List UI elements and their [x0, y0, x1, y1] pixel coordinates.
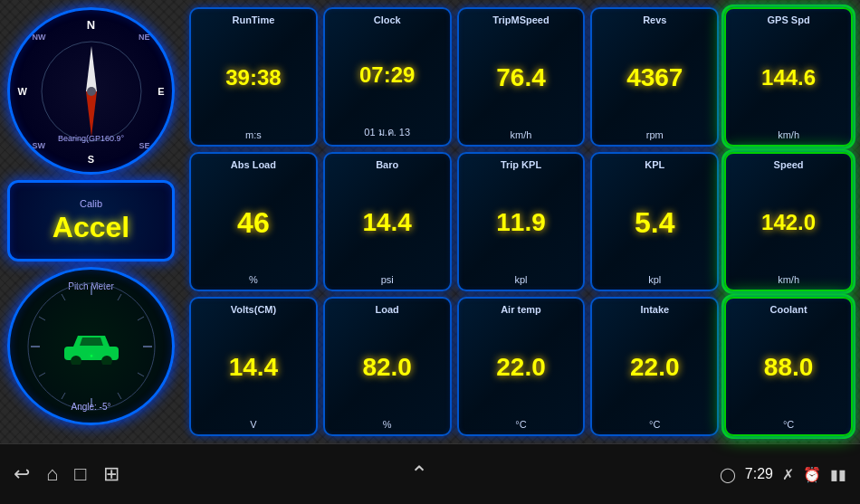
svg-marker-21	[80, 338, 103, 346]
pitch-meter-widget: Pitch Meter	[7, 267, 175, 425]
tile-unit-coolant: °C	[783, 419, 794, 430]
tile-label-voltscm: Volts(CM)	[231, 304, 277, 315]
up-chevron-icon[interactable]: ⌃	[410, 461, 428, 487]
tile-unit-intake: °C	[649, 419, 660, 430]
tile-coolant[interactable]: Coolant88.0°C	[724, 297, 853, 436]
home-icon[interactable]: ⌂	[46, 462, 58, 486]
tile-clock[interactable]: Clock07:2901 ม.ค. 13	[323, 7, 452, 147]
tile-airtemp[interactable]: Air temp22.0°C	[457, 297, 586, 436]
tile-label-load: Load	[376, 304, 399, 315]
left-panel: N S W E NW NE SW SE	[7, 7, 184, 436]
svg-line-16	[118, 393, 121, 399]
tile-value-speed: 142.0	[761, 212, 816, 233]
tile-tripkpl[interactable]: Trip KPL11.9kpl	[457, 152, 586, 291]
tile-value-intake: 22.0	[630, 355, 680, 380]
svg-line-14	[138, 373, 144, 376]
data-tiles-grid: RunTime39:38m:sClock07:2901 ม.ค. 13TripM…	[189, 7, 853, 436]
svg-line-13	[138, 317, 144, 320]
alarm-icon: ⏰	[803, 466, 821, 483]
compass-west: W	[18, 86, 27, 97]
compass-north: N	[87, 18, 95, 32]
tile-runtime[interactable]: RunTime39:38m:s	[189, 7, 318, 147]
tile-value-clock: 07:29	[359, 64, 415, 86]
tile-label-tripmspeed: TripMSpeed	[492, 14, 549, 25]
tile-value-load: 82.0	[362, 355, 412, 380]
tile-unit-tripkpl: kpl	[514, 274, 527, 285]
tile-unit-speed: km/h	[778, 274, 799, 285]
accel-button[interactable]: Calib Accel	[7, 180, 175, 262]
back-icon[interactable]: ↩	[14, 462, 30, 486]
accel-label: Accel	[53, 211, 129, 244]
tile-unit-revs: rpm	[646, 129, 664, 140]
tile-baro[interactable]: Baro14.4psi	[323, 152, 452, 291]
tile-absload[interactable]: Abs Load46%	[189, 152, 318, 291]
tile-unit-airtemp: °C	[515, 419, 526, 430]
tile-unit-clock: 01 ม.ค. 13	[364, 124, 410, 140]
signal-icon: ▮▮	[830, 466, 846, 483]
tile-value-absload: 46	[237, 208, 270, 237]
lock-icon: ◯	[720, 466, 736, 483]
tile-label-intake: Intake	[640, 304, 669, 315]
svg-line-11	[39, 317, 45, 320]
svg-line-15	[62, 393, 65, 399]
tile-label-runtime: RunTime	[232, 14, 274, 25]
tile-label-clock: Clock	[374, 14, 401, 25]
svg-marker-2	[86, 91, 97, 137]
tile-value-runtime: 39:38	[225, 67, 281, 89]
status-bar: ↩ ⌂ □ ⊞ ⌃ ◯ 7:29 ✗ ⏰ ▮▮	[0, 443, 860, 504]
status-nav-icons: ↩ ⌂ □ ⊞	[14, 462, 119, 486]
tile-revs[interactable]: Revs4367rpm	[590, 7, 719, 147]
svg-point-3	[87, 87, 96, 96]
tile-kpl[interactable]: KPL5.4kpl	[590, 152, 719, 291]
bluetooth-icon: ✗	[782, 466, 794, 483]
tile-voltscm[interactable]: Volts(CM)14.4V	[189, 297, 318, 436]
tile-label-speed: Speed	[774, 159, 804, 170]
tile-label-airtemp: Air temp	[501, 304, 541, 315]
tile-label-kpl: KPL	[645, 159, 664, 170]
tile-value-baro: 14.4	[362, 210, 412, 235]
recents-icon[interactable]: □	[74, 462, 86, 486]
status-time: 7:29	[745, 466, 773, 482]
tile-unit-tripmspeed: km/h	[511, 129, 532, 140]
svg-line-9	[62, 294, 65, 300]
tile-unit-runtime: m:s	[245, 129, 262, 140]
tile-label-tripkpl: Trip KPL	[501, 159, 541, 170]
tile-tripmspeed[interactable]: TripMSpeed76.4km/h	[457, 7, 586, 147]
svg-line-12	[39, 373, 45, 376]
tile-label-revs: Revs	[643, 14, 666, 25]
grid-icon[interactable]: ⊞	[103, 462, 119, 486]
tile-label-absload: Abs Load	[231, 159, 276, 170]
tile-unit-gpsspd: km/h	[778, 129, 799, 140]
compass-east: E	[158, 86, 164, 97]
compass-widget: N S W E NW NE SW SE	[7, 7, 175, 175]
svg-marker-1	[86, 46, 97, 91]
tile-unit-kpl: kpl	[648, 274, 661, 285]
tile-value-coolant: 88.0	[764, 355, 814, 380]
svg-line-10	[118, 294, 121, 300]
tile-value-airtemp: 22.0	[496, 355, 546, 380]
tile-load[interactable]: Load82.0%	[323, 297, 452, 436]
tile-speed[interactable]: Speed142.0km/h	[724, 152, 853, 291]
tile-unit-voltscm: V	[250, 419, 256, 430]
tile-value-revs: 4367	[626, 65, 683, 90]
tile-intake[interactable]: Intake22.0°C	[590, 297, 719, 436]
tile-label-coolant: Coolant	[770, 304, 807, 315]
svg-text:●: ●	[90, 353, 93, 358]
status-indicators: ◯ 7:29 ✗ ⏰ ▮▮	[720, 466, 846, 483]
main-display: N S W E NW NE SW SE	[0, 0, 860, 443]
tile-value-voltscm: 14.4	[229, 355, 279, 380]
tile-value-kpl: 5.4	[635, 208, 674, 237]
tile-unit-baro: psi	[381, 274, 394, 285]
calib-label: Calib	[80, 198, 102, 209]
tile-label-baro: Baro	[376, 159, 398, 170]
compass-south: S	[88, 154, 94, 165]
bearing-display: Bearing(GP160.9°	[58, 134, 124, 143]
tile-unit-absload: %	[249, 274, 258, 285]
tile-gpsspd[interactable]: GPS Spd144.6km/h	[724, 7, 853, 147]
tile-value-tripkpl: 11.9	[496, 210, 546, 235]
pitch-angle: Angle: -5°	[71, 402, 110, 412]
tile-value-gpsspd: 144.6	[761, 67, 816, 89]
tile-label-gpsspd: GPS Spd	[768, 14, 810, 25]
tile-unit-load: %	[383, 419, 392, 430]
tile-value-tripmspeed: 76.4	[496, 65, 546, 90]
